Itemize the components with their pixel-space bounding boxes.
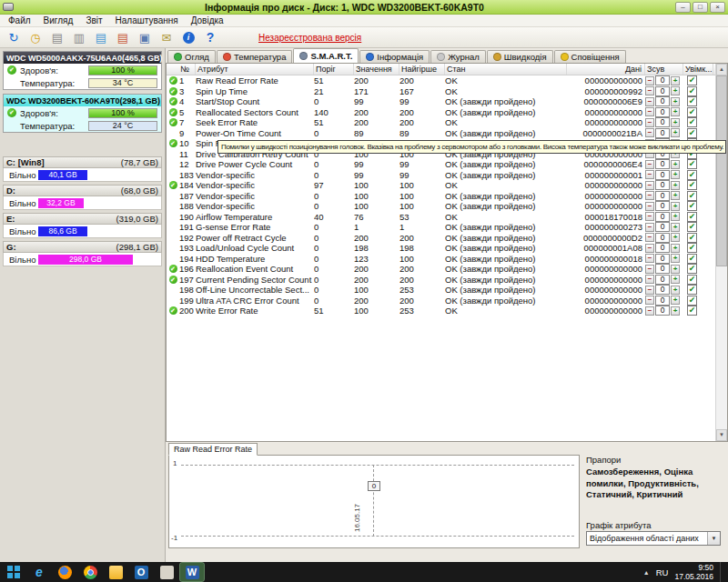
smart-row[interactable]: ✔ 12 Drive Power Cycle Count 0 99 99 OK … — [167, 159, 715, 170]
smart-row[interactable]: ✔ 5 Reallocated Sectors Count 140 200 20… — [167, 107, 715, 118]
column-threshold[interactable]: Поріг — [314, 64, 354, 75]
volume-panel[interactable]: C: [Win8] (78,7 GB) Вільно 40,1 GB — [3, 156, 162, 182]
attribute-enabled-checkbox[interactable]: ✔ — [687, 201, 697, 211]
alarm-clock-icon[interactable]: ◷ — [25, 29, 46, 46]
offset-increase-button[interactable]: + — [671, 97, 680, 106]
menu-item[interactable]: Налаштування — [109, 15, 185, 25]
menu-item[interactable]: Довідка — [185, 15, 230, 25]
attribute-enabled-checkbox[interactable]: ✔ — [687, 285, 697, 295]
offset-decrease-button[interactable]: − — [645, 296, 654, 305]
mail-icon[interactable]: ✉ — [157, 29, 177, 46]
chrome-icon[interactable] — [78, 563, 102, 581]
offset-increase-button[interactable]: + — [671, 254, 680, 263]
offset-increase-button[interactable]: + — [671, 202, 680, 211]
offset-increase-button[interactable]: + — [671, 191, 680, 200]
offset-increase-button[interactable]: + — [671, 306, 680, 316]
attribute-enabled-checkbox[interactable]: ✔ — [687, 264, 697, 274]
smart-row[interactable]: ✔ 9 Power-On Time Count 0 89 89 OK (завж… — [167, 128, 715, 139]
tab-performance[interactable]: Швидкодія — [487, 50, 553, 63]
close-button[interactable]: × — [710, 2, 725, 13]
drive-health-icon[interactable]: ▤ — [91, 29, 111, 46]
offset-decrease-button[interactable]: − — [645, 306, 654, 316]
smart-row[interactable]: ✔ 4 Start/Stop Count 0 99 99 OK (завжди … — [167, 96, 715, 107]
smart-row[interactable]: ✔ 183 Vendor-specific 0 99 99 OK (завжди… — [167, 170, 715, 181]
drive-1-icon[interactable]: ▤ — [47, 29, 67, 46]
attribute-enabled-checkbox[interactable]: ✔ — [687, 128, 697, 138]
offset-increase-button[interactable]: + — [671, 296, 680, 305]
volume-header[interactable]: D: (68,0 GB) — [3, 185, 162, 196]
tab-smart[interactable]: S.M.A.R.T. — [293, 48, 359, 63]
offset-decrease-button[interactable]: − — [645, 97, 654, 106]
offset-increase-button[interactable]: + — [671, 118, 680, 127]
tray-expand-icon[interactable]: ▲ — [643, 569, 650, 576]
column-number[interactable]: № — [167, 64, 196, 75]
offset-increase-button[interactable]: + — [671, 265, 680, 274]
attribute-enabled-checkbox[interactable]: ✔ — [687, 191, 697, 201]
table-scrollbar[interactable]: ▲ ▼ — [715, 64, 727, 441]
smart-row[interactable]: ✔ 200 Write Error Rate 51 100 253 OK 000… — [167, 306, 715, 316]
firefox-icon[interactable] — [53, 563, 76, 581]
column-data[interactable]: Дані — [567, 64, 645, 75]
volume-panel[interactable]: D: (68,0 GB) Вільно 32,2 GB — [3, 185, 162, 210]
outlook-icon[interactable]: O — [129, 563, 153, 581]
drive-2-icon[interactable]: ▥ — [69, 29, 89, 46]
attribute-enabled-checkbox[interactable]: ✔ — [687, 306, 697, 316]
offset-decrease-button[interactable]: − — [645, 254, 654, 263]
smart-row[interactable]: ✔ 7 Seek Error Rate 51 200 200 OK 000000… — [167, 117, 715, 128]
smart-row[interactable]: ✔ 198 Off-Line Uncorrectable Sect... 0 1… — [167, 285, 715, 296]
ie-icon[interactable]: e — [27, 563, 51, 581]
disk-header[interactable]: WDC WD5000AAKX-75U6AA0 (465,8 GB) — [4, 52, 161, 64]
offset-increase-button[interactable]: + — [671, 160, 680, 169]
show-desktop-button[interactable] — [720, 562, 723, 582]
offset-decrease-button[interactable]: − — [645, 118, 654, 127]
disk-panel[interactable]: WDC WD5000AAKX-75U6AA0 (465,8 GB) ✔ Здор… — [3, 51, 162, 90]
column-status[interactable]: Стан — [445, 64, 567, 75]
unregistered-version-link[interactable]: Незареєстрована версія — [258, 33, 361, 43]
scroll-up-icon[interactable]: ▲ — [716, 64, 727, 75]
attribute-enabled-checkbox[interactable]: ✔ — [687, 180, 697, 190]
column-value[interactable]: Значення — [354, 64, 399, 75]
offset-decrease-button[interactable]: − — [645, 160, 654, 169]
offset-increase-button[interactable]: + — [671, 128, 680, 137]
offset-increase-button[interactable]: + — [671, 170, 680, 179]
refresh-icon[interactable]: ↻ — [4, 29, 24, 46]
column-offset[interactable]: Зсув — [645, 64, 683, 75]
volume-panel[interactable]: G: (298,1 GB) Вільно 298,0 GB — [3, 241, 162, 266]
help-icon[interactable]: ? — [200, 29, 220, 46]
offset-increase-button[interactable]: + — [671, 107, 680, 116]
column-enabled[interactable]: Увімк... — [683, 64, 713, 75]
offset-increase-button[interactable]: + — [671, 212, 680, 221]
smart-row[interactable]: ✔ 197 Current Pending Sector Count 0 200… — [167, 275, 715, 286]
attribute-enabled-checkbox[interactable]: ✔ — [687, 75, 697, 85]
offset-decrease-button[interactable]: − — [645, 128, 654, 137]
disk-panel[interactable]: WDC WD3200BEKT-60KA9T0 (298,1 GB) ✔ Здор… — [3, 94, 162, 133]
offset-decrease-button[interactable]: − — [645, 181, 654, 190]
smart-row[interactable]: ✔ 191 G-sense Error Rate 0 1 1 OK (завжд… — [167, 222, 715, 233]
attribute-enabled-checkbox[interactable]: ✔ — [687, 233, 697, 243]
scroll-down-icon[interactable]: ▼ — [716, 429, 727, 441]
offset-increase-button[interactable]: + — [671, 181, 680, 190]
smart-row[interactable]: ✔ 3 Spin Up Time 21 171 167 OK 000000000… — [167, 86, 715, 97]
column-worst[interactable]: Найгірше — [399, 64, 445, 75]
smart-row[interactable]: ✔ 192 Power off Retract Cycle 0 200 200 … — [167, 233, 715, 244]
clock[interactable]: 9:50 17.05.2016 — [674, 563, 713, 581]
attribute-enabled-checkbox[interactable]: ✔ — [687, 243, 697, 253]
smart-row[interactable]: ✔ 196 Reallocation Event Count 0 200 200… — [167, 264, 715, 275]
smart-row[interactable]: ✔ 190 Airflow Temperature 40 76 53 OK 00… — [167, 212, 715, 223]
attribute-enabled-checkbox[interactable]: ✔ — [687, 275, 697, 285]
offset-increase-button[interactable]: + — [671, 223, 680, 232]
smart-row[interactable]: ✔ 199 Ultra ATA CRC Error Count 0 200 20… — [167, 296, 715, 306]
tab-notifications[interactable]: Сповіщення — [554, 50, 626, 63]
offset-increase-button[interactable]: + — [671, 86, 680, 95]
smart-row[interactable]: ✔ 193 Load/Unload Cycle Count 0 198 198 … — [167, 243, 715, 254]
attribute-enabled-checkbox[interactable]: ✔ — [687, 96, 697, 106]
graph-mode-select[interactable]: Відображення області даних ▼ — [586, 531, 721, 546]
column-attribute[interactable]: Атрибут — [196, 64, 314, 75]
attribute-enabled-checkbox[interactable]: ✔ — [687, 254, 697, 264]
attribute-enabled-checkbox[interactable]: ✔ — [687, 170, 697, 180]
attribute-enabled-checkbox[interactable]: ✔ — [687, 212, 697, 222]
smart-row[interactable]: ✔ 184 Vendor-specific 97 100 100 OK 0000… — [167, 180, 715, 191]
volume-panel[interactable]: E: (319,0 GB) Вільно 86,6 GB — [3, 213, 162, 238]
attribute-enabled-checkbox[interactable]: ✔ — [687, 107, 697, 117]
disk-header[interactable]: WDC WD3200BEKT-60KA9T0 (298,1 GB) — [4, 95, 161, 106]
